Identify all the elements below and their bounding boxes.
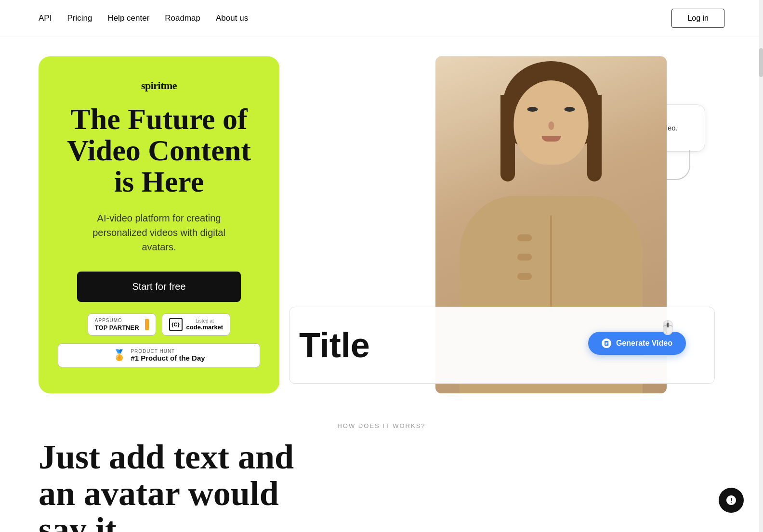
- ph-text: PRODUCT HUNT #1 Product of the Day: [131, 349, 205, 362]
- cursor-icon: 🖱️: [659, 320, 676, 336]
- avatar-hair-side-right: [587, 95, 602, 182]
- nav-links: API Pricing Help center Roadmap About us: [39, 13, 248, 23]
- appsumo-value: TOP PARTNER: [95, 324, 139, 331]
- main-container: spiritme The Future of Video Content is …: [0, 37, 763, 393]
- nav-about-us[interactable]: About us: [216, 13, 248, 23]
- nav-roadmap[interactable]: Roadmap: [165, 13, 200, 23]
- scrollbar[interactable]: [759, 0, 763, 532]
- generate-video-icon: [602, 338, 611, 348]
- video-title-placeholder: Title: [299, 328, 370, 363]
- logo: spiritme: [141, 79, 177, 92]
- nav-pricing[interactable]: Pricing: [67, 13, 92, 23]
- hero-title: The Future of Video Content is Here: [58, 104, 260, 197]
- ph-value: #1 Product of the Day: [131, 354, 205, 362]
- login-button[interactable]: Log in: [671, 9, 724, 28]
- nav-help-center[interactable]: Help center: [107, 13, 149, 23]
- scrollbar-thumb[interactable]: [759, 48, 763, 77]
- badges-row: APPSUMO TOP PARTNER {C} Listed at code.m…: [88, 313, 230, 336]
- section-title: Just add text and an avatar would say it: [39, 439, 318, 532]
- hero-card: spiritme The Future of Video Content is …: [39, 56, 279, 393]
- appsumo-badge: APPSUMO TOP PARTNER: [88, 313, 156, 336]
- nav-api[interactable]: API: [39, 13, 52, 23]
- hero-subtitle: AI-video platform for creating personali…: [77, 211, 241, 254]
- product-hunt-badge: 🏅 PRODUCT HUNT #1 Product of the Day: [58, 343, 260, 367]
- code-market-badge: {C} Listed at code.market: [162, 313, 231, 336]
- start-free-button[interactable]: Start for free: [77, 272, 241, 302]
- code-market-label: Listed at: [186, 318, 224, 324]
- bottom-section: HOW DOES IT WORKS? Just add text and an …: [0, 393, 763, 532]
- ph-label: PRODUCT HUNT: [131, 349, 175, 354]
- appsumo-label: APPSUMO: [95, 318, 122, 323]
- chat-bubble-button[interactable]: [719, 488, 744, 513]
- avatar-face: [514, 80, 589, 165]
- appsumo-bar-icon: [145, 319, 149, 330]
- appsumo-text: APPSUMO TOP PARTNER: [95, 318, 139, 331]
- navigation: API Pricing Help center Roadmap About us…: [0, 0, 763, 37]
- right-side: This is an AI generated video. Click to …: [279, 56, 724, 393]
- svg-rect-1: [605, 342, 607, 343]
- avatar-container: This is an AI generated video. Click to …: [279, 56, 724, 393]
- code-market-name: code.market: [186, 324, 224, 331]
- ph-medal-icon: 🏅: [113, 349, 126, 362]
- generate-video-label: Generate Video: [616, 339, 672, 348]
- svg-rect-3: [605, 344, 607, 345]
- code-market-text: Listed at code.market: [186, 318, 224, 331]
- svg-rect-2: [605, 343, 607, 344]
- avatar-hair-side-left: [500, 95, 515, 182]
- code-market-icon: {C}: [169, 318, 183, 331]
- section-label: HOW DOES IT WORKS?: [39, 422, 724, 429]
